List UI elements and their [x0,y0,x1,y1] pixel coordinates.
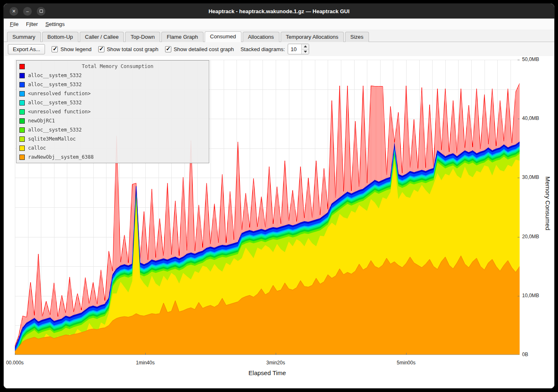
chart-area: Total Memory Consumption alloc__system_5… [4,56,555,389]
spin-up-button[interactable] [302,44,309,49]
stacked-diagrams-value: 10 [288,44,301,54]
y-tick-label: 0B [522,352,548,358]
checkbox-show-total-cost-graph[interactable]: Show total cost graph [98,46,158,52]
legend-swatch [19,109,25,115]
tab-bottom-up[interactable]: Bottom-Up [42,32,78,42]
legend-swatch [19,146,25,151]
stacked-diagrams-label: Stacked diagrams: [241,46,285,52]
x-tick-label: 00.000s [3,360,33,366]
checkbox-checked-icon [98,46,104,52]
legend-item-alloc-system-5332: alloc__system_5332 [18,125,207,134]
checkbox-checked-icon [52,46,58,52]
chart-legend: Total Memory Consumption alloc__system_5… [16,60,209,163]
window-title: Heaptrack - heaptrack.wakunode.1.gz — He… [4,8,554,14]
export-as-button[interactable]: Export As... [8,44,45,54]
legend-label: rawNewObj__system_6388 [28,154,94,160]
legend-swatch-total [19,64,25,69]
legend-item-alloc-system-5332: alloc__system_5332 [18,71,207,80]
title-bar: ✕ – Heaptrack - heaptrack.wakunode.1.gz … [4,4,554,19]
x-tick-label: 3min20s [257,360,294,366]
legend-swatch [19,91,25,96]
legend-item-newobjrc1: newObjRC1 [18,116,207,125]
app-window: ✕ – Heaptrack - heaptrack.wakunode.1.gz … [3,3,555,389]
checkbox-show-legend[interactable]: Show legend [52,46,91,52]
legend-item-calloc: calloc [18,143,207,153]
y-tick-label: 40,0MB [522,115,548,122]
legend-swatch [19,127,25,133]
checkbox-label: Show legend [60,46,91,52]
y-tick-label: 10,0MB [522,293,548,299]
legend-swatch [19,118,25,124]
legend-label: alloc__system_5332 [28,127,82,133]
stacked-diagrams-control: Stacked diagrams: 10 [241,44,310,54]
legend-swatch [19,73,25,78]
legend-swatch [19,136,25,142]
legend-item-unresolved-function: <unresolved function> [18,89,207,98]
maximize-button[interactable] [37,7,45,16]
legend-swatch [19,82,25,87]
toolbar: Export As... Show legendShow total cost … [4,42,554,56]
close-icon: ✕ [12,9,16,14]
x-tick-label: 5min00s [388,360,425,366]
legend-label: sqlite3MemMalloc [28,136,76,142]
legend-item-rawnewobj-system-6388: rawNewObj__system_6388 [18,153,207,162]
tab-allocations[interactable]: Allocations [243,32,279,42]
spinbox-buttons [301,44,309,54]
legend-item-alloc-system-5332: alloc__system_5332 [18,98,207,107]
y-tick-label: 30,0MB [522,174,548,181]
x-tick-label: 1min40s [127,360,164,366]
tab-summary[interactable]: Summary [7,32,41,42]
menu-filter[interactable]: Filter [22,19,42,29]
checkbox-label: Show total cost graph [107,46,158,52]
legend-label: alloc__system_5332 [28,100,82,106]
y-tick-label: 50,0MB [522,56,548,63]
window-controls: ✕ – [9,4,45,19]
checkbox-checked-icon [165,46,171,52]
tab-sizes[interactable]: Sizes [345,32,369,42]
tab-temporary-allocations[interactable]: Temporary Allocations [281,32,344,42]
legend-label: alloc__system_5332 [28,73,82,78]
maximize-icon [40,9,43,13]
y-axis-label: Memory Consumed [544,176,551,230]
menu-settings[interactable]: Settings [42,19,69,29]
legend-title-text: Total Memory Consumption [28,63,207,69]
checkbox-show-detailed-cost-graph[interactable]: Show detailed cost graph [165,46,234,52]
legend-swatch [19,155,25,160]
menu-bar: FileFilterSettings [4,19,554,30]
minimize-icon: – [26,9,28,14]
legend-swatch [19,100,25,106]
stacked-diagrams-spinbox[interactable]: 10 [288,44,309,54]
legend-entries: alloc__system_5332alloc__system_5332<unr… [18,71,207,162]
tab-flame-graph[interactable]: Flame Graph [161,32,203,42]
legend-label: newObjRC1 [28,118,55,124]
desktop-background: ✕ – Heaptrack - heaptrack.wakunode.1.gz … [0,0,558,392]
legend-item-unresolved-function: <unresolved function> [18,107,207,116]
legend-label: <unresolved function> [28,109,91,115]
checkbox-label: Show detailed cost graph [174,46,234,52]
toolbar-checkboxes: Show legendShow total cost graphShow det… [52,46,234,52]
spin-down-button[interactable] [302,49,309,54]
y-tick-label: 20,0MB [522,234,548,240]
legend-label: calloc [28,145,46,151]
x-axis-label: Elapsed Time [15,369,520,376]
legend-item-sqlite3memmalloc: sqlite3MemMalloc [18,134,207,143]
close-button[interactable]: ✕ [9,7,18,16]
tab-caller-callee[interactable]: Caller / Callee [80,32,124,42]
tab-bar: SummaryBottom-UpCaller / CalleeTop-DownF… [4,30,554,42]
minimize-button[interactable]: – [23,7,32,16]
legend-item-alloc-system-5332: alloc__system_5332 [18,80,207,89]
tab-top-down[interactable]: Top-Down [125,32,160,42]
arrow-up-icon [304,45,307,47]
menu-file[interactable]: File [6,19,22,29]
arrow-down-icon [304,51,307,53]
tab-consumed[interactable]: Consumed [205,31,241,42]
legend-label: <unresolved function> [28,91,91,96]
legend-label: alloc__system_5332 [28,82,82,87]
legend-title-row: Total Memory Consumption [18,62,207,71]
